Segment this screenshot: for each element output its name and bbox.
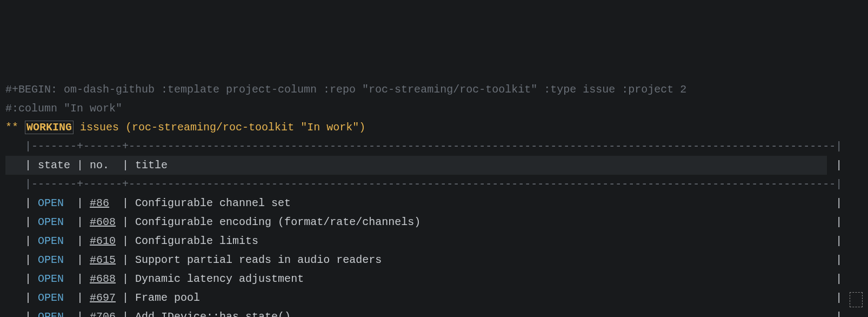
table-row: | OPEN | #86 | Configurable channel set … bbox=[5, 194, 863, 213]
issue-title: Configurable channel set bbox=[135, 197, 291, 209]
issue-state: OPEN bbox=[38, 254, 64, 266]
heading-text: issues (roc-streaming/roc-toolkit "In wo… bbox=[80, 121, 365, 134]
issue-link[interactable]: #697 bbox=[90, 292, 116, 304]
issue-link[interactable]: #608 bbox=[90, 216, 116, 228]
issue-title: Frame pool bbox=[135, 292, 200, 304]
issue-state: OPEN bbox=[38, 216, 64, 228]
begin-continuation: #:column "In work" bbox=[5, 102, 122, 115]
issue-state: OPEN bbox=[38, 197, 64, 209]
table-header-row: | state | no. | title | bbox=[5, 156, 827, 175]
issue-state: OPEN bbox=[38, 311, 64, 317]
table-sep-mid: |-------+------+------------------------… bbox=[5, 175, 863, 194]
issue-title: Dynamic latency adjustment bbox=[135, 273, 304, 285]
issue-link[interactable]: #706 bbox=[90, 311, 116, 317]
issue-link[interactable]: #86 bbox=[90, 197, 109, 209]
working-tag: WORKING bbox=[25, 121, 74, 134]
issue-link[interactable]: #615 bbox=[90, 254, 116, 266]
table-row: | OPEN | #615 | Support partial reads in… bbox=[5, 250, 863, 269]
issue-state: OPEN bbox=[38, 273, 64, 285]
table-row: | OPEN | #608 | Configurable encoding (f… bbox=[5, 213, 863, 232]
issue-state: OPEN bbox=[38, 292, 64, 304]
table-sep-top: |-------+------+------------------------… bbox=[5, 137, 863, 156]
cursor-indicator bbox=[850, 292, 863, 307]
begin-directive: #+BEGIN: om-dash-github :template projec… bbox=[5, 83, 686, 96]
issue-title: Configurable encoding (format/rate/chann… bbox=[135, 216, 420, 228]
issue-title: Add IDevice::has_state() bbox=[135, 311, 291, 317]
table-row: | OPEN | #610 | Configurable limits | bbox=[5, 232, 863, 250]
table-row: | OPEN | #706 | Add IDevice::has_state()… bbox=[5, 307, 863, 317]
issue-title: Configurable limits bbox=[135, 235, 258, 247]
issue-link[interactable]: #610 bbox=[90, 235, 116, 247]
heading-stars: ** bbox=[5, 121, 18, 134]
table-row: | OPEN | #697 | Frame pool | bbox=[5, 288, 863, 307]
issue-title: Support partial reads in audio readers bbox=[135, 254, 382, 266]
issue-link[interactable]: #688 bbox=[90, 273, 116, 285]
issue-state: OPEN bbox=[38, 235, 64, 247]
table-row: | OPEN | #688 | Dynamic latency adjustme… bbox=[5, 269, 863, 288]
